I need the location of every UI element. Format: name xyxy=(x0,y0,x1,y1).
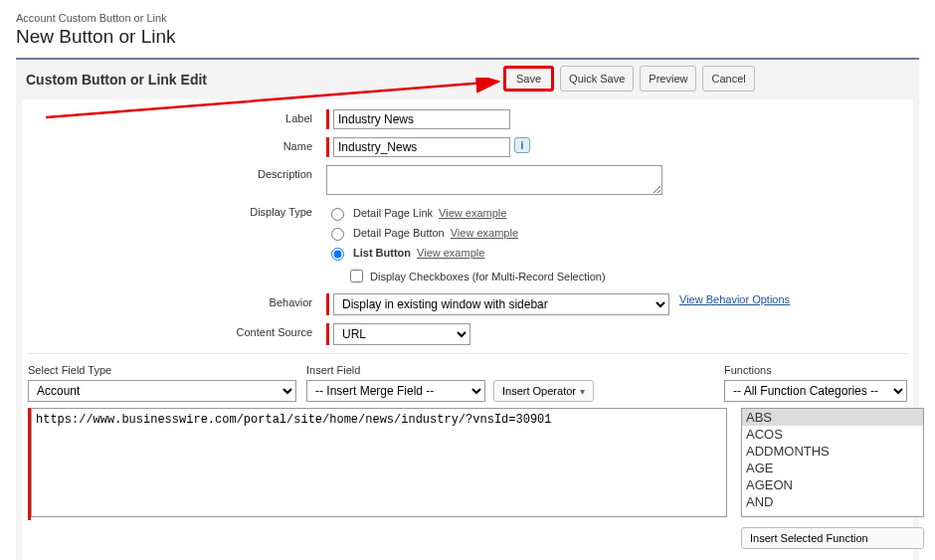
behavior-label: Behavior xyxy=(28,293,326,308)
behavior-select[interactable]: Display in existing window with sidebar xyxy=(333,293,669,315)
view-example-link-2[interactable]: View example xyxy=(451,227,518,239)
view-behavior-options-link[interactable]: View Behavior Options xyxy=(679,293,790,305)
insert-selected-function-button[interactable]: Insert Selected Function xyxy=(741,527,924,549)
function-list-item[interactable]: ADDMONTHS xyxy=(742,443,923,460)
chevron-down-icon xyxy=(580,385,585,397)
display-type-list-button-radio[interactable] xyxy=(331,248,344,261)
display-type-detail-link-text: Detail Page Link xyxy=(353,207,433,219)
description-field-label: Description xyxy=(28,165,326,180)
name-field-label: Name xyxy=(28,137,326,152)
info-icon[interactable]: i xyxy=(514,137,530,153)
description-textarea[interactable] xyxy=(326,165,662,195)
functions-listbox[interactable]: ABSACOSADDMONTHSAGEAGEONAND xyxy=(741,408,924,517)
view-example-link-1[interactable]: View example xyxy=(439,207,506,219)
insert-field-label: Insert Field xyxy=(306,364,594,376)
functions-category-select[interactable]: -- All Function Categories -- xyxy=(724,380,907,402)
function-list-item[interactable]: AGE xyxy=(742,460,923,476)
display-type-detail-link-radio[interactable] xyxy=(331,208,344,221)
preview-button[interactable]: Preview xyxy=(640,66,696,92)
cancel-button[interactable]: Cancel xyxy=(702,66,754,92)
save-button[interactable]: Save xyxy=(503,66,554,92)
display-checkboxes-checkbox[interactable] xyxy=(350,270,363,282)
quick-save-button[interactable]: Quick Save xyxy=(560,66,634,92)
display-type-label: Display Type xyxy=(28,203,326,218)
breadcrumb: Account Custom Button or Link xyxy=(16,12,919,24)
view-example-link-3[interactable]: View example xyxy=(417,247,484,259)
action-button-row: Save Quick Save Preview Cancel xyxy=(503,66,755,92)
content-source-select[interactable]: URL xyxy=(333,323,470,345)
edit-panel: Custom Button or Link Edit Save Quick Sa… xyxy=(16,58,919,560)
section-title: Custom Button or Link Edit xyxy=(26,72,207,88)
functions-label: Functions xyxy=(724,364,907,376)
display-type-list-button-text: List Button xyxy=(353,247,411,259)
label-input[interactable] xyxy=(333,109,510,129)
function-list-item[interactable]: AND xyxy=(742,493,923,510)
insert-operator-button[interactable]: Insert Operator xyxy=(493,380,594,402)
function-list-item[interactable]: AGEON xyxy=(742,476,923,493)
page-title: New Button or Link xyxy=(16,26,919,48)
function-list-item[interactable]: ABS xyxy=(742,409,923,426)
section-divider xyxy=(28,353,907,354)
function-list-item[interactable]: ACOS xyxy=(742,426,923,443)
select-field-type-label: Select Field Type xyxy=(28,364,296,376)
url-code-textarea[interactable] xyxy=(31,408,727,517)
label-field-label: Label xyxy=(28,109,326,124)
name-input[interactable] xyxy=(333,137,510,157)
field-type-select[interactable]: Account xyxy=(28,380,296,402)
insert-field-select[interactable]: -- Insert Merge Field -- xyxy=(306,380,485,402)
display-type-detail-button-text: Detail Page Button xyxy=(353,227,445,239)
display-type-detail-button-radio[interactable] xyxy=(331,228,344,241)
content-source-label: Content Source xyxy=(28,323,326,338)
display-checkboxes-label: Display Checkboxes (for Multi-Record Sel… xyxy=(370,271,606,282)
